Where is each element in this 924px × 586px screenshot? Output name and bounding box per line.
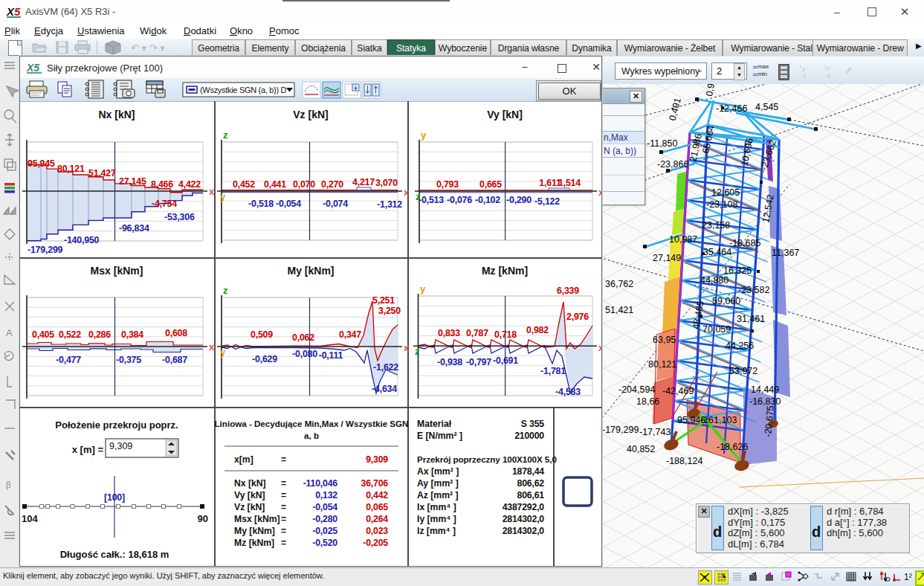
svg-text:0,665: 0,665 — [479, 179, 502, 190]
svg-text:53,972: 53,972 — [729, 366, 757, 376]
svg-text:-4,583: -4,583 — [555, 387, 581, 397]
svg-text:-0,025: -0,025 — [312, 526, 337, 536]
svg-text:A: A — [6, 327, 13, 338]
svg-text:2,976: 2,976 — [566, 312, 589, 322]
svg-text:80,121: 80,121 — [648, 359, 676, 370]
svg-text:806,61: 806,61 — [517, 490, 545, 500]
svg-text:27,145: 27,145 — [119, 176, 146, 187]
svg-text:-0,074: -0,074 — [323, 199, 348, 209]
svg-text:80,121: 80,121 — [57, 164, 85, 174]
svg-text:90: 90 — [198, 513, 208, 524]
svg-text:-0,691: -0,691 — [493, 355, 518, 366]
svg-text:y: y — [220, 191, 226, 202]
svg-text:6,339: 6,339 — [557, 286, 579, 296]
svg-text:0,718: 0,718 — [494, 329, 517, 340]
svg-text:-1,622: -1,622 — [373, 362, 398, 373]
svg-text:-110,046: -110,046 — [303, 478, 338, 489]
svg-text:Nx [kN]: Nx [kN] — [98, 109, 135, 120]
svg-text:0,065: 0,065 — [366, 502, 388, 512]
svg-text:2814302,0: 2814302,0 — [503, 514, 545, 524]
svg-text:63,95: 63,95 — [653, 335, 676, 345]
svg-text:0,384: 0,384 — [121, 329, 143, 340]
svg-text:-188,124: -188,124 — [666, 456, 702, 466]
svg-text:-0,629: -0,629 — [252, 354, 277, 364]
svg-text:-204,594: -204,594 — [618, 384, 655, 395]
svg-text:-0,520: -0,520 — [312, 538, 337, 548]
svg-text:-0,102: -0,102 — [475, 195, 500, 205]
svg-text:4387292,0: 4387292,0 — [503, 502, 545, 512]
svg-text:-0,080: -0,080 — [292, 349, 317, 359]
svg-text:[100]: [100] — [104, 492, 125, 503]
svg-text:=: = — [281, 526, 286, 536]
svg-text:-0,280: -0,280 — [312, 514, 337, 524]
svg-text:E [N/mm² ]: E [N/mm² ] — [417, 431, 462, 441]
svg-text:-0,518: -0,518 — [248, 199, 274, 209]
svg-text:0,787: 0,787 — [466, 328, 488, 338]
svg-text:0,405: 0,405 — [32, 329, 54, 340]
svg-text:-1,312: -1,312 — [377, 199, 402, 210]
svg-text:0,441: 0,441 — [264, 179, 286, 190]
svg-text:=: = — [281, 502, 286, 512]
svg-text:Iy [mm⁴ ]: Iy [mm⁴ ] — [417, 514, 456, 524]
svg-text:-42,469: -42,469 — [662, 386, 694, 396]
svg-text:x: x — [598, 342, 601, 353]
svg-text:51,421: 51,421 — [605, 305, 633, 315]
svg-text:a, b: a, b — [304, 431, 319, 440]
svg-text:Az [mm² ]: Az [mm² ] — [417, 490, 459, 500]
svg-text:0,522: 0,522 — [59, 329, 81, 340]
svg-text:-96,834: -96,834 — [119, 223, 149, 234]
svg-text:=: = — [281, 538, 286, 548]
svg-text:Vy [kN]: Vy [kN] — [234, 490, 265, 500]
svg-text:z: z — [415, 346, 420, 357]
svg-text:0,608: 0,608 — [165, 328, 187, 338]
svg-text:36,762: 36,762 — [605, 279, 633, 289]
svg-text:Mz [kNm]: Mz [kNm] — [482, 265, 528, 277]
svg-text:S 355: S 355 — [521, 419, 544, 429]
svg-text:-23,866: -23,866 — [657, 159, 688, 170]
svg-text:x: x — [209, 186, 215, 197]
svg-text:0,793: 0,793 — [436, 179, 459, 190]
svg-text:-18,685: -18,685 — [729, 238, 760, 248]
svg-text:-140,950: -140,950 — [64, 235, 100, 245]
svg-text:=: = — [281, 454, 286, 465]
svg-text:Mz [kNm]: Mz [kNm] — [234, 538, 274, 548]
svg-text:-4,754: -4,754 — [152, 199, 177, 209]
svg-text:-4,634: -4,634 — [372, 384, 397, 394]
svg-text:y: y — [420, 283, 426, 294]
svg-text:14,449: 14,449 — [751, 384, 779, 395]
svg-text:44,880: 44,880 — [700, 275, 728, 286]
svg-text:(Wszystkie SGN (a, b)) D: (Wszystkie SGN (a, b)) D — [200, 86, 287, 94]
svg-text:My [kNm]: My [kNm] — [287, 265, 334, 277]
svg-text:9,309: 9,309 — [109, 441, 132, 451]
svg-text:x: x — [598, 187, 601, 198]
svg-text:0,270: 0,270 — [321, 179, 343, 190]
svg-text:x: x — [404, 187, 410, 198]
svg-text:0,286: 0,286 — [88, 329, 111, 340]
svg-text:1878,44: 1878,44 — [512, 466, 544, 477]
svg-text:8,466: 8,466 — [151, 179, 173, 190]
svg-text:=: = — [281, 478, 286, 489]
svg-text:0,264: 0,264 — [366, 514, 388, 524]
svg-text:Msx [kNm]: Msx [kNm] — [91, 265, 143, 277]
svg-text:210000: 210000 — [514, 431, 544, 441]
svg-text:Nx [kN]: Nx [kN] — [234, 478, 266, 489]
svg-text:-0,687: -0,687 — [162, 355, 187, 365]
svg-text:59,060: 59,060 — [712, 296, 740, 306]
svg-text:16,325: 16,325 — [723, 265, 752, 276]
svg-text:4,422: 4,422 — [178, 179, 201, 190]
svg-text:β: β — [6, 479, 11, 490]
svg-text:44,256: 44,256 — [726, 341, 754, 351]
svg-text:Vy [kN]: Vy [kN] — [487, 109, 523, 120]
svg-text:-11,850: -11,850 — [647, 138, 678, 149]
svg-text:-161,103: -161,103 — [700, 415, 737, 425]
svg-text:-179,299: -179,299 — [602, 425, 639, 435]
svg-text:31,461: 31,461 — [737, 314, 765, 324]
svg-text:1,514: 1,514 — [558, 178, 581, 188]
svg-text:0,833: 0,833 — [438, 328, 460, 338]
svg-text:-0,290: -0,290 — [506, 195, 532, 205]
svg-text:12,605: 12,605 — [711, 187, 740, 198]
svg-text:-0,076: -0,076 — [447, 195, 472, 205]
svg-text:0,062: 0,062 — [292, 332, 314, 343]
svg-text:x [m] =: x [m] = — [72, 444, 104, 455]
svg-text:Ix [mm⁴ ]: Ix [mm⁴ ] — [417, 502, 456, 512]
